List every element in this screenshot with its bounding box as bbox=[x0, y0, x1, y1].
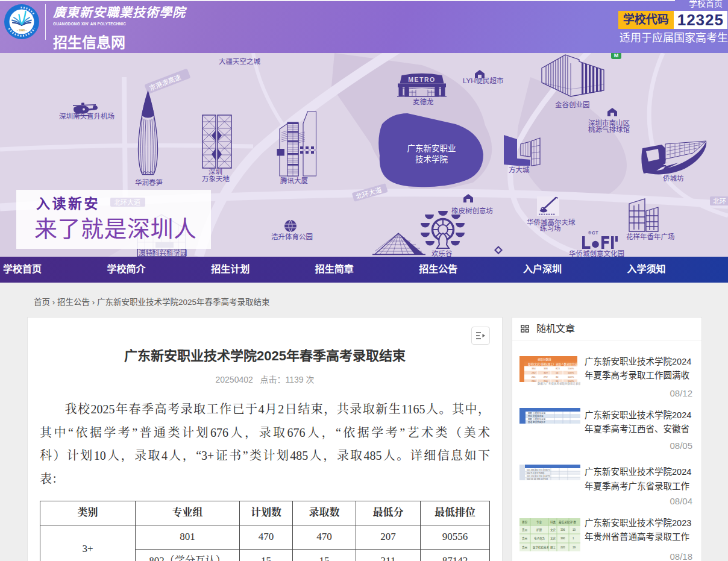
svg-text:贵州: 贵州 bbox=[522, 545, 527, 550]
svg-text:澳特科兴科学园: 澳特科兴科学园 bbox=[139, 249, 187, 257]
svg-text:首轮 提前批次组: 首轮 提前批次组 bbox=[528, 415, 544, 418]
svg-text:桃源气排球馆: 桃源气排球馆 bbox=[588, 125, 630, 133]
svg-text:100%: 100% bbox=[568, 367, 574, 370]
svg-text:272: 272 bbox=[544, 375, 548, 378]
svg-text:319: 319 bbox=[544, 371, 548, 374]
svg-text:电子商务: 电子商务 bbox=[534, 536, 545, 541]
svg-text:技术学院: 技术学院 bbox=[415, 155, 448, 164]
svg-text:100%: 100% bbox=[568, 375, 574, 378]
svg-text:METRO: METRO bbox=[408, 76, 435, 83]
svg-text:腾讯大厦: 腾讯大厦 bbox=[280, 177, 308, 184]
svg-text:投档(文史): 投档(文史) bbox=[528, 362, 541, 366]
svg-text:261: 261 bbox=[532, 375, 536, 378]
svg-text:232: 232 bbox=[532, 371, 536, 374]
svg-text:大疆天空之城: 大疆天空之城 bbox=[219, 57, 260, 65]
svg-text:浩升体育公园: 浩升体育公园 bbox=[271, 233, 313, 240]
svg-text:录取人数: 录取人数 bbox=[556, 362, 566, 366]
svg-text:30: 30 bbox=[556, 375, 559, 378]
svg-text:®CT: ®CT bbox=[588, 231, 599, 235]
svg-text:科类: 科类 bbox=[550, 520, 556, 524]
svg-text:理工: 理工 bbox=[550, 546, 556, 549]
svg-text:北环大道: 北环大道 bbox=[114, 198, 140, 206]
svg-text:高职 小提前专业组: 高职 小提前专业组 bbox=[528, 412, 545, 415]
svg-text:贵州: 贵州 bbox=[522, 528, 527, 532]
svg-text:14: 14 bbox=[556, 371, 559, 374]
svg-text:504 54 12 336 127924: 504 54 12 336 127924 bbox=[527, 478, 548, 480]
svg-text:华侨城创意文化园: 华侨城创意文化园 bbox=[569, 249, 624, 257]
svg-text:金谷创业园: 金谷创业园 bbox=[555, 101, 590, 108]
svg-text:19: 19 bbox=[573, 546, 576, 549]
svg-text:502 9 4 373 95365: 502 9 4 373 95365 bbox=[527, 472, 544, 474]
svg-text:M: M bbox=[614, 53, 619, 58]
svg-text:录取分数线: 录取分数线 bbox=[538, 357, 551, 362]
svg-text:省份: 省份 bbox=[522, 520, 527, 524]
svg-text:数据为广东省高考录取分数统计表格示意: 数据为广东省高考录取分数统计表格示意 bbox=[538, 381, 580, 386]
svg-text:欢乐谷: 欢乐谷 bbox=[431, 249, 453, 257]
svg-text:录取完成率: 录取完成率 bbox=[566, 362, 580, 366]
svg-text:侨城坊: 侨城坊 bbox=[663, 174, 684, 182]
svg-text:390: 390 bbox=[560, 537, 565, 540]
svg-text:深圳南头直升机场: 深圳南头直升机场 bbox=[59, 112, 115, 120]
svg-text:220: 220 bbox=[560, 546, 565, 549]
svg-text:- 1998 -: - 1998 - bbox=[17, 29, 27, 32]
svg-text:普通 医学美容技术: 普通 医学美容技术 bbox=[528, 421, 545, 424]
svg-text:华润春笋: 华润春笋 bbox=[135, 178, 163, 186]
svg-text:深圳: 深圳 bbox=[209, 168, 222, 175]
svg-text:文史: 文史 bbox=[550, 528, 556, 532]
svg-text:240: 240 bbox=[532, 380, 536, 383]
svg-text:来了就是深圳人: 来了就是深圳人 bbox=[34, 216, 197, 242]
svg-text:100%: 100% bbox=[568, 371, 574, 374]
svg-text:501 466 460 374 356675: 501 466 460 374 356675 bbox=[527, 469, 550, 471]
svg-text:医学检验技术: 医学检验技术 bbox=[533, 545, 549, 550]
svg-text:排档(理工): 排档(理工) bbox=[541, 362, 554, 366]
svg-text:万象天地: 万象天地 bbox=[202, 175, 230, 183]
svg-text:北环: 北环 bbox=[713, 198, 726, 205]
svg-text:橡皮树创意坊: 橡皮树创意坊 bbox=[451, 207, 493, 215]
svg-text:高职 小提前专业组: 高职 小提前专业组 bbox=[528, 418, 545, 421]
svg-text:方大城: 方大城 bbox=[509, 166, 530, 174]
svg-text:专业: 专业 bbox=[536, 520, 542, 524]
svg-text:入读新安: 入读新安 bbox=[36, 196, 100, 212]
svg-text:338: 338 bbox=[544, 367, 548, 370]
svg-text:护理: 护理 bbox=[536, 528, 542, 532]
svg-text:麦德龙: 麦德龙 bbox=[413, 98, 434, 105]
svg-text:贵州: 贵州 bbox=[522, 536, 527, 541]
svg-text:503 150 150 334 114293: 503 150 150 334 114293 bbox=[527, 475, 550, 477]
svg-text:19: 19 bbox=[573, 528, 576, 531]
svg-text:823: 823 bbox=[556, 367, 560, 370]
svg-text:文史: 文史 bbox=[550, 536, 556, 541]
svg-text:396: 396 bbox=[560, 528, 565, 531]
svg-text:练习场: 练习场 bbox=[540, 224, 561, 232]
svg-text:花样年香年广场: 花样年香年广场 bbox=[626, 233, 675, 240]
svg-text:广东新安职业: 广东新安职业 bbox=[407, 144, 456, 153]
svg-text:334: 334 bbox=[532, 367, 536, 370]
svg-text:人数: 人数 bbox=[571, 520, 576, 524]
